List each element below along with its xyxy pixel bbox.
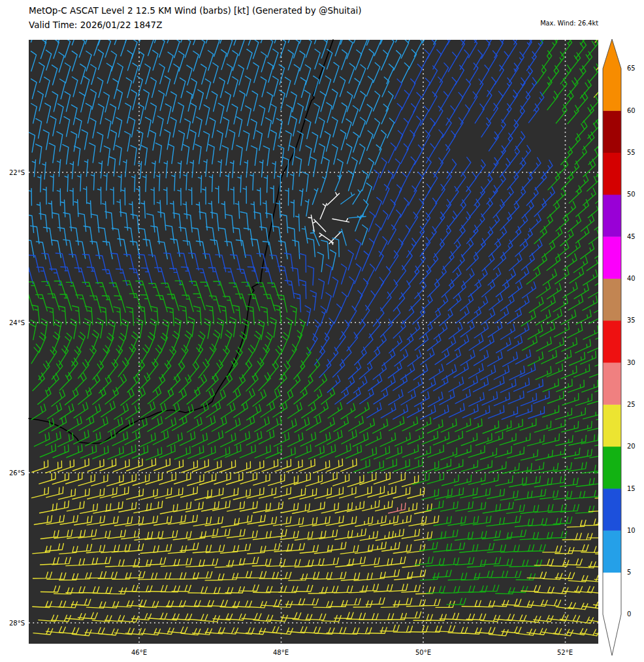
cb-tick-5: 5 [627, 569, 631, 576]
colorbar-segment [603, 69, 621, 111]
colorbar [603, 39, 621, 655]
wind-barb [181, 22, 187, 42]
colorbar-segment [603, 447, 621, 489]
colorbar-segment [603, 279, 621, 321]
colorbar-segment [603, 530, 621, 573]
wind-barb [475, 23, 483, 42]
max-wind-label: Max. Wind: 26.4kt [540, 20, 598, 27]
cb-tick-35: 35 [627, 317, 636, 324]
cb-tick-65: 65 [627, 65, 636, 72]
wind-barb [261, 23, 266, 42]
wind-barb [288, 23, 294, 43]
cb-tick-60: 60 [627, 107, 636, 114]
y-tick-24s: 24°S [9, 319, 25, 326]
cb-tick-10: 10 [627, 527, 636, 534]
cb-tick-30: 30 [627, 359, 636, 366]
ascat-wind-figure: MetOp-C ASCAT Level 2 12.5 KM Wind (barb… [0, 0, 644, 662]
y-tick-26s: 26°S [9, 469, 25, 477]
cb-tick-45: 45 [627, 233, 636, 240]
figure-title: MetOp-C ASCAT Level 2 12.5 KM Wind (barb… [29, 5, 361, 16]
cb-tick-55: 55 [627, 149, 636, 156]
x-tick-48e: 48°E [273, 649, 289, 656]
colorbar-segment [603, 153, 621, 195]
colorbar-segment [603, 236, 621, 279]
x-tick-50e: 50°E [415, 649, 431, 656]
x-tick-52e: 52°E [557, 649, 573, 656]
colorbar-segment [603, 362, 621, 405]
colorbar-segment [603, 488, 621, 531]
cb-tick-25: 25 [627, 401, 636, 408]
colorbar-segment [603, 110, 621, 153]
y-tick-22s: 22°S [9, 169, 25, 176]
valid-time-label: Valid Time: 2026/01/22 1847Z [29, 20, 162, 30]
wind-map-canvas: MetOp-C ASCAT Level 2 12.5 KM Wind (barb… [0, 0, 644, 662]
colorbar-segment [603, 573, 621, 615]
cb-tick-15: 15 [627, 485, 636, 492]
colorbar-segment [603, 321, 621, 363]
wind-barb [408, 23, 416, 42]
cb-tick-0: 0 [627, 610, 631, 618]
colorbar-under-arrow [603, 614, 621, 655]
cb-tick-40: 40 [627, 275, 636, 282]
x-tick-46e: 46°E [131, 649, 147, 656]
wind-barb [327, 23, 332, 43]
y-tick-28s: 28°S [9, 620, 25, 627]
cb-tick-20: 20 [627, 443, 636, 450]
y-axis-tick-labels: 22°S 24°S 26°S 28°S [9, 169, 25, 627]
colorbar-segment [603, 404, 621, 447]
colorbar-tick-labels: 0 5 10 15 20 25 30 35 40 45 50 55 60 65 [627, 65, 636, 618]
wind-barb [396, 22, 403, 42]
x-axis-tick-labels: 46°E 48°E 50°E 52°E [131, 649, 573, 656]
colorbar-segment [603, 195, 621, 237]
cb-tick-50: 50 [627, 191, 636, 198]
map-background [29, 40, 598, 644]
colorbar-over-arrow [603, 39, 621, 69]
